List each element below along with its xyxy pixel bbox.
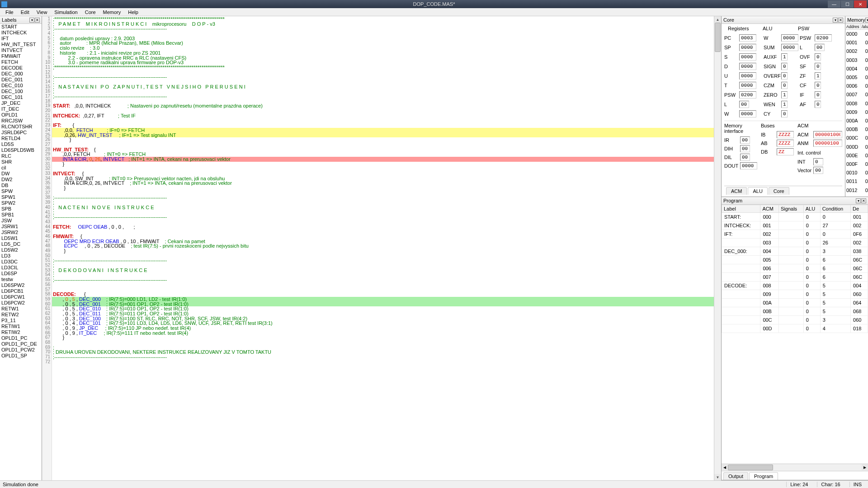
label-item[interactable]: HW_INT_TEST — [0, 42, 42, 47]
memory-row[interactable]: 000000 — [845, 30, 868, 38]
field-input-int[interactable] — [813, 158, 823, 165]
field-input-dih[interactable] — [740, 145, 750, 152]
label-item[interactable]: LD5_DC — [0, 241, 42, 247]
alu-input[interactable] — [781, 101, 788, 108]
label-item[interactable]: LD3DC — [0, 259, 42, 265]
mem-pin-icon[interactable]: ▾ — [865, 18, 868, 23]
label-item[interactable]: P3_11 — [0, 318, 42, 324]
code-line[interactable]: ; — [52, 31, 714, 36]
label-item[interactable]: DECODE — [0, 65, 42, 71]
psw-input[interactable] — [815, 91, 821, 99]
label-item[interactable]: IFT — [0, 36, 42, 42]
code-line[interactable]: ;***************************************… — [52, 65, 714, 70]
memory-row[interactable]: 000700 — [845, 90, 868, 99]
reg-input-t[interactable] — [739, 82, 756, 89]
hscroll-left-icon[interactable]: ◀ — [722, 464, 728, 470]
prog-col-alu[interactable]: ALU — [803, 205, 820, 213]
label-item[interactable]: LD5W1 — [0, 235, 42, 241]
code-line[interactable]: ; N A S T A V E N I P O Z A P N U T I , … — [52, 84, 714, 89]
label-item[interactable]: JSRLD6PC — [0, 130, 42, 136]
reg-input-d[interactable] — [739, 63, 756, 70]
psw-input[interactable] — [815, 101, 821, 108]
code-line[interactable] — [52, 108, 714, 113]
code-editor[interactable]: ;***************************************… — [52, 16, 714, 480]
code-line[interactable] — [52, 229, 714, 234]
program-row[interactable]: IFT:002000F6 — [722, 230, 868, 239]
code-line[interactable] — [52, 118, 714, 123]
menu-edit[interactable]: Edit — [17, 9, 33, 16]
label-item[interactable]: OPLD1_PCW2 — [0, 347, 42, 353]
label-item[interactable]: DEC_001 — [0, 77, 42, 83]
code-line[interactable]: } — [52, 137, 714, 142]
program-row[interactable]: 0060606C — [722, 264, 868, 273]
label-item[interactable]: RLCNOTSHR — [0, 124, 42, 130]
program-row[interactable]: 003026002 — [722, 239, 868, 247]
menu-core[interactable]: Core — [81, 9, 99, 16]
code-line[interactable]: ;---------------------------------------… — [52, 215, 714, 220]
field-input-anm[interactable] — [813, 140, 842, 147]
editor-vscrollbar[interactable]: ▲ ▼ — [714, 16, 721, 480]
code-line[interactable]: ;---------------------------------------… — [52, 277, 714, 282]
code-line[interactable]: ; — [52, 263, 714, 268]
alu-input[interactable] — [781, 63, 788, 70]
prog-col-signals[interactable]: Signals — [779, 205, 804, 213]
psw-input[interactable] — [815, 82, 821, 89]
label-item[interactable]: START — [0, 24, 42, 30]
label-item[interactable]: SPW — [0, 188, 42, 194]
label-item[interactable]: RETLD4 — [0, 136, 42, 141]
code-line[interactable]: ; autor : MPR (Michal Prazan), MBE (Milo… — [52, 41, 714, 46]
code-line[interactable] — [52, 220, 714, 225]
label-item[interactable]: cil — [0, 165, 42, 171]
scroll-thumb[interactable] — [715, 23, 721, 52]
hscroll-right-icon[interactable]: ▶ — [862, 464, 868, 470]
label-item[interactable]: JSRW1 — [0, 224, 42, 230]
core-tab-core[interactable]: Core — [769, 187, 789, 195]
memory-row[interactable]: 000D00 — [845, 143, 868, 151]
program-row[interactable]: 0050606C — [722, 256, 868, 264]
label-item[interactable]: OPLD1_PC — [0, 335, 42, 341]
label-item[interactable]: SPB1 — [0, 212, 42, 218]
memory-row[interactable]: 000C00 — [845, 134, 868, 142]
code-line[interactable]: START: ,0,0, INTCHECK ; Nastaveni po zap… — [52, 103, 714, 108]
program-row[interactable]: INTCHECK:001027002 — [722, 221, 868, 230]
maximize-button[interactable]: ☐ — [841, 0, 854, 8]
reg-input-w[interactable] — [739, 110, 756, 117]
memory-row[interactable]: 001100 — [845, 177, 868, 186]
code-line[interactable]: } — [52, 335, 714, 340]
code-line[interactable]: ;---------------------------------------… — [52, 75, 714, 80]
menu-help[interactable]: Help — [124, 9, 142, 16]
code-line[interactable]: ECPC , 0 , 25 , DECODE ; test IR(7:5) - … — [52, 244, 714, 249]
code-line[interactable]: ; D E K O D O V A N I I N S T R U K C E — [52, 268, 714, 273]
program-row[interactable]: 00905060 — [722, 290, 868, 299]
alu-input[interactable] — [781, 34, 798, 42]
code-line[interactable]: ;---------------------------------------… — [52, 195, 714, 200]
code-line[interactable]: INTA ECIR, 0, 26, INTVECT ; INT=1 => INT… — [52, 157, 714, 162]
program-row[interactable]: START:00000001 — [722, 213, 868, 221]
field-input-ir[interactable] — [740, 136, 750, 144]
program-row[interactable]: 00A05064 — [722, 299, 868, 307]
menu-file[interactable]: File — [2, 9, 17, 16]
reg-input-pc[interactable] — [739, 34, 756, 42]
label-item[interactable]: INTVECT — [0, 47, 42, 53]
psw-input[interactable] — [815, 34, 832, 42]
label-item[interactable]: DW — [0, 171, 42, 177]
memory-row[interactable]: 000100 — [845, 38, 868, 47]
field-input-ib[interactable] — [777, 131, 794, 138]
label-item[interactable]: DEC_000 — [0, 71, 42, 77]
label-item[interactable]: OPLD1 — [0, 112, 42, 118]
label-item[interactable]: FETCH — [0, 59, 42, 65]
label-item[interactable]: DEC_100 — [0, 89, 42, 94]
program-row[interactable]: 00C03060 — [722, 316, 868, 324]
reg-input-l[interactable] — [739, 101, 749, 108]
psw-input[interactable] — [815, 53, 821, 61]
alu-input[interactable] — [781, 53, 788, 61]
prog-col-de[interactable]: De — [851, 205, 868, 213]
label-item[interactable]: JSRW2 — [0, 230, 42, 235]
label-item[interactable]: LD6SP — [0, 271, 42, 277]
memory-row[interactable]: 000200 — [845, 47, 868, 56]
memory-row[interactable]: 000E00 — [845, 151, 868, 160]
label-item[interactable]: LD6PCW1 — [0, 294, 42, 300]
label-item[interactable]: SPB — [0, 206, 42, 212]
scroll-down-icon[interactable]: ▼ — [714, 474, 721, 480]
alu-input[interactable] — [781, 110, 788, 117]
